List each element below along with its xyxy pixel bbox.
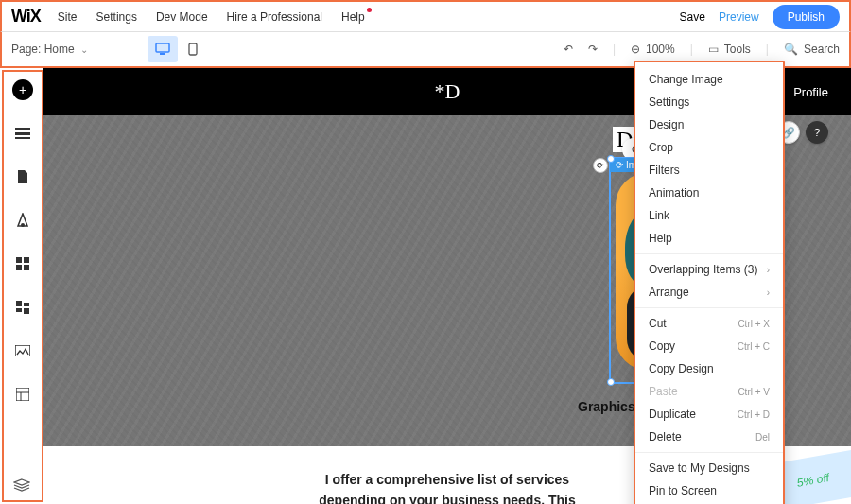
layers-icon[interactable] xyxy=(13,478,30,495)
zoom-value: 100% xyxy=(646,43,675,56)
sections-icon[interactable] xyxy=(12,123,33,144)
tools-icon: ▭ xyxy=(708,43,719,56)
svg-rect-12 xyxy=(24,303,29,306)
menu-devmode[interactable]: Dev Mode xyxy=(156,10,208,24)
zoom-group[interactable]: ⊖100% xyxy=(631,43,675,56)
ctx-design[interactable]: Design xyxy=(635,113,783,136)
nav-profile[interactable]: Profile xyxy=(793,85,828,99)
ctx-change-image[interactable]: Change Image xyxy=(635,68,783,91)
chevron-right-icon: › xyxy=(767,287,770,298)
design-icon[interactable] xyxy=(12,210,33,231)
ctx-overlapping[interactable]: Overlapping Items (3)› xyxy=(635,258,783,281)
save-button[interactable]: Save xyxy=(680,10,705,24)
pages-icon[interactable] xyxy=(12,166,33,187)
svg-rect-16 xyxy=(16,388,29,401)
ctx-copy[interactable]: CopyCtrl + C xyxy=(635,335,783,357)
publish-button[interactable]: Publish xyxy=(773,5,840,29)
divider xyxy=(635,253,783,254)
svg-rect-8 xyxy=(24,257,29,263)
resize-handle[interactable] xyxy=(607,155,615,163)
context-menu: Change Image Settings Design Crop Filter… xyxy=(634,61,785,504)
business-icon[interactable] xyxy=(12,297,33,318)
svg-rect-11 xyxy=(16,301,22,306)
svg-rect-4 xyxy=(15,132,30,135)
rotate-handle-icon[interactable]: ⟳ xyxy=(593,158,608,173)
ctx-cut[interactable]: CutCtrl + X xyxy=(635,312,783,335)
ctx-arrange[interactable]: Arrange› xyxy=(635,281,783,304)
ctx-pin[interactable]: Pin to Screen xyxy=(635,479,783,502)
undo-button[interactable]: ↶ xyxy=(564,43,573,56)
left-sidebar: + xyxy=(2,70,43,502)
svg-rect-0 xyxy=(156,43,169,52)
ctx-filters[interactable]: Filters xyxy=(635,159,783,182)
divider xyxy=(635,452,783,453)
site-brand: *D xyxy=(435,79,460,104)
svg-rect-7 xyxy=(16,257,22,263)
search-button[interactable]: 🔍Search xyxy=(784,43,840,56)
svg-rect-13 xyxy=(16,308,22,312)
ctx-link[interactable]: Link xyxy=(635,204,783,227)
ctx-duplicate[interactable]: DuplicateCtrl + D xyxy=(635,403,783,426)
content-manager-icon[interactable] xyxy=(12,384,33,405)
svg-rect-9 xyxy=(16,265,22,270)
ctx-copy-design[interactable]: Copy Design xyxy=(635,357,783,380)
ctx-delete[interactable]: DeleteDel xyxy=(635,426,783,448)
ctx-help[interactable]: Help xyxy=(635,227,783,250)
apps-icon[interactable] xyxy=(12,253,33,274)
help-icon[interactable]: ? xyxy=(806,121,828,144)
tools-button[interactable]: ▭Tools xyxy=(708,43,751,56)
search-icon: 🔍 xyxy=(784,43,798,56)
ctx-save-designs[interactable]: Save to My Designs xyxy=(635,457,783,479)
menu-hire[interactable]: Hire a Professional xyxy=(227,10,322,24)
ctx-animation[interactable]: Animation xyxy=(635,182,783,204)
svg-rect-3 xyxy=(15,128,30,130)
page-label: Page: Home xyxy=(11,43,75,56)
page-select[interactable]: Page: Home ⌄ xyxy=(11,43,134,56)
wix-logo: WiX xyxy=(11,7,41,26)
menu-site[interactable]: Site xyxy=(58,10,78,24)
chevron-right-icon: › xyxy=(767,265,770,275)
chevron-down-icon: ⌄ xyxy=(80,44,88,55)
menu-help[interactable]: Help xyxy=(341,10,365,24)
zoom-out-icon: ⊖ xyxy=(631,43,640,56)
mobile-view-button[interactable] xyxy=(178,36,208,62)
notification-dot-icon xyxy=(367,8,372,12)
tag-graphics[interactable]: Graphics xyxy=(578,399,635,414)
desktop-view-button[interactable] xyxy=(148,36,178,62)
ctx-settings[interactable]: Settings xyxy=(635,91,783,113)
svg-point-6 xyxy=(21,223,25,227)
add-element-button[interactable]: + xyxy=(12,79,33,100)
top-menu: Site Settings Dev Mode Hire a Profession… xyxy=(58,10,680,24)
redo-button[interactable]: ↷ xyxy=(588,43,598,56)
divider xyxy=(635,307,783,308)
media-icon[interactable] xyxy=(12,340,33,361)
ctx-paste: PasteCtrl + V xyxy=(635,380,783,403)
svg-rect-10 xyxy=(24,265,29,270)
ctx-crop[interactable]: Crop xyxy=(635,136,783,159)
preview-button[interactable]: Preview xyxy=(719,10,759,24)
svg-rect-5 xyxy=(15,137,30,139)
resize-handle[interactable] xyxy=(607,378,615,386)
menu-settings[interactable]: Settings xyxy=(96,10,137,24)
svg-rect-14 xyxy=(24,308,29,314)
svg-rect-1 xyxy=(160,53,165,55)
svg-rect-2 xyxy=(189,43,197,55)
